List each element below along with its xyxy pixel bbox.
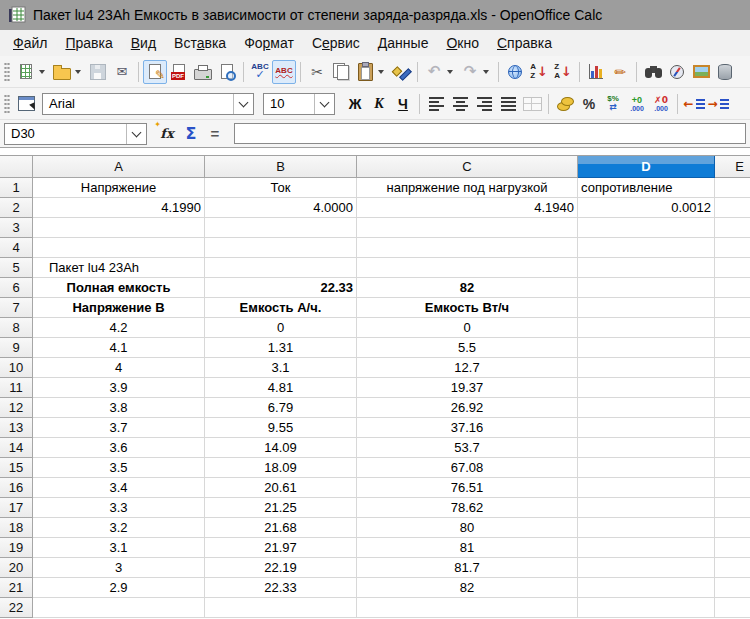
cell-C17[interactable]: 78.62 [357, 498, 578, 518]
row-header-7[interactable]: 7 [0, 298, 33, 318]
row-header-21[interactable]: 21 [0, 578, 33, 598]
new-document-dropdown[interactable] [39, 70, 45, 74]
font-name-combo[interactable]: Arial [42, 93, 254, 115]
cell-B7[interactable]: Емкость А/ч. [205, 298, 357, 318]
cell-A12[interactable]: 3.8 [33, 398, 205, 418]
cell-D12[interactable] [578, 398, 715, 418]
menu-help[interactable]: Справка [488, 32, 561, 54]
cell-D5[interactable] [578, 258, 715, 278]
sort-descending-button[interactable]: ZA↓ [551, 60, 575, 84]
cell-C18[interactable]: 80 [357, 518, 578, 538]
cell-A8[interactable]: 4.2 [33, 318, 205, 338]
cell-E10[interactable] [715, 358, 750, 378]
cell-E19[interactable] [715, 538, 750, 558]
cell-B11[interactable]: 4.81 [205, 378, 357, 398]
row-header-20[interactable]: 20 [0, 558, 33, 578]
cell-D9[interactable] [578, 338, 715, 358]
cell-A5[interactable]: Пакет lu4 23Ah [33, 258, 205, 278]
cell-E5[interactable] [715, 258, 750, 278]
cell-C7[interactable]: Емкость Вт/ч [357, 298, 578, 318]
cell-A20[interactable]: 3 [33, 558, 205, 578]
cell-E14[interactable] [715, 438, 750, 458]
undo-button[interactable]: ↶ [422, 60, 446, 84]
cell-E18[interactable] [715, 518, 750, 538]
menu-insert[interactable]: Вставка [165, 32, 235, 54]
print-button[interactable] [191, 60, 215, 84]
cell-E12[interactable] [715, 398, 750, 418]
cell-A6[interactable]: Полная емкость [33, 278, 205, 298]
column-header-B[interactable]: B [205, 156, 357, 178]
toolbar-grip[interactable] [4, 62, 10, 82]
standard-format-button[interactable]: $%⇄ [601, 92, 625, 116]
column-header-A[interactable]: A [33, 156, 205, 178]
cell-D7[interactable] [578, 298, 715, 318]
cell-B8[interactable]: 0 [205, 318, 357, 338]
cell-E8[interactable] [715, 318, 750, 338]
cell-D8[interactable] [578, 318, 715, 338]
menu-edit[interactable]: Правка [56, 32, 121, 54]
hyperlink-button[interactable] [503, 60, 527, 84]
cell-D13[interactable] [578, 418, 715, 438]
page-preview-button[interactable] [215, 60, 239, 84]
row-header-4[interactable]: 4 [0, 238, 33, 258]
cell-C6[interactable]: 82 [357, 278, 578, 298]
menu-format[interactable]: Формат [235, 32, 303, 54]
format-paintbrush-button[interactable] [389, 60, 413, 84]
cell-D10[interactable] [578, 358, 715, 378]
cell-D21[interactable] [578, 578, 715, 598]
row-header-10[interactable]: 10 [0, 358, 33, 378]
cell-A1[interactable]: Напряжение [33, 178, 205, 198]
cell-A15[interactable]: 3.5 [33, 458, 205, 478]
email-button[interactable]: ✉ [110, 60, 134, 84]
paste-dropdown[interactable] [378, 70, 384, 74]
menu-data[interactable]: Данные [369, 32, 438, 54]
function-wizard-button[interactable]: ✦fx [155, 122, 179, 146]
formula-input[interactable] [234, 123, 746, 144]
cell-B5[interactable] [205, 258, 357, 278]
cell-E20[interactable] [715, 558, 750, 578]
row-header-15[interactable]: 15 [0, 458, 33, 478]
cell-A19[interactable]: 3.1 [33, 538, 205, 558]
cell-E21[interactable] [715, 578, 750, 598]
column-header-D[interactable]: D [578, 156, 715, 178]
row-header-5[interactable]: 5 [0, 258, 33, 278]
cell-A16[interactable]: 3.4 [33, 478, 205, 498]
cell-D15[interactable] [578, 458, 715, 478]
row-header-1[interactable]: 1 [0, 178, 33, 198]
row-header-13[interactable]: 13 [0, 418, 33, 438]
delete-decimal-button[interactable]: ✗0.000 [649, 92, 673, 116]
cell-C12[interactable]: 26.92 [357, 398, 578, 418]
copy-button[interactable] [329, 60, 353, 84]
paste-button[interactable] [353, 60, 377, 84]
undo-dropdown[interactable] [447, 70, 453, 74]
cell-D11[interactable] [578, 378, 715, 398]
cell-E3[interactable] [715, 218, 750, 238]
cell-C10[interactable]: 12.7 [357, 358, 578, 378]
cell-C1[interactable]: напряжение под нагрузкой [357, 178, 578, 198]
row-header-3[interactable]: 3 [0, 218, 33, 238]
cell-E6[interactable] [715, 278, 750, 298]
export-pdf-button[interactable]: PDF [167, 60, 191, 84]
new-document-button[interactable] [14, 60, 38, 84]
cell-C11[interactable]: 19.37 [357, 378, 578, 398]
cell-A9[interactable]: 4.1 [33, 338, 205, 358]
gallery-button[interactable] [689, 60, 713, 84]
align-right-button[interactable] [472, 92, 496, 116]
row-header-9[interactable]: 9 [0, 338, 33, 358]
cell-B10[interactable]: 3.1 [205, 358, 357, 378]
add-decimal-button[interactable]: +0.000 [625, 92, 649, 116]
cell-B22[interactable] [205, 598, 357, 618]
cell-D20[interactable] [578, 558, 715, 578]
cell-A18[interactable]: 3.2 [33, 518, 205, 538]
percent-format-button[interactable]: % [577, 92, 601, 116]
cell-C22[interactable] [357, 598, 578, 618]
spellcheck-button[interactable]: ABC✓ [248, 60, 272, 84]
cell-B19[interactable]: 21.97 [205, 538, 357, 558]
align-justified-button[interactable] [496, 92, 520, 116]
sort-ascending-button[interactable]: AZ↓ [527, 60, 551, 84]
cell-D19[interactable] [578, 538, 715, 558]
cell-A7[interactable]: Напряжение В [33, 298, 205, 318]
column-header-C[interactable]: C [357, 156, 578, 178]
cell-C19[interactable]: 81 [357, 538, 578, 558]
auto-spellcheck-button[interactable]: ABC [272, 60, 296, 84]
